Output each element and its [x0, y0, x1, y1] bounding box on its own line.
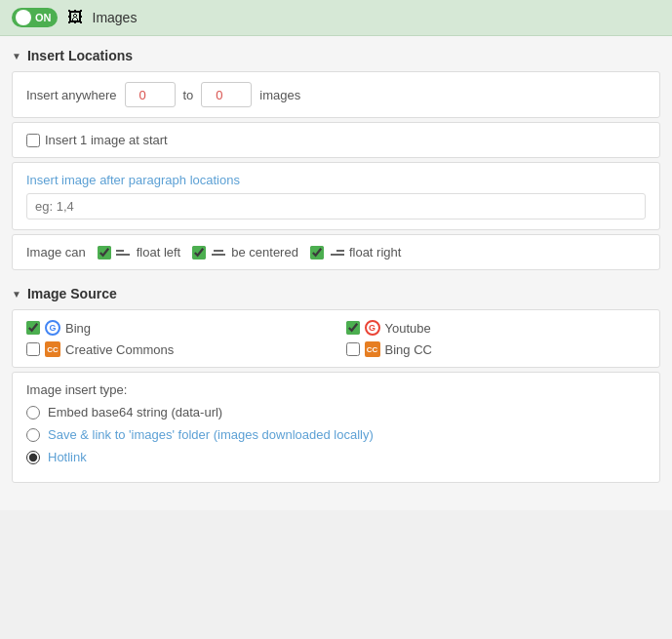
- float-left-label: float left: [137, 245, 181, 260]
- bing-cc-checkbox[interactable]: [346, 342, 360, 356]
- bing-cc-checkbox-wrapper[interactable]: CC Bing CC: [346, 341, 432, 357]
- creative-commons-source-item: CC Creative Commons: [26, 341, 327, 357]
- insert-locations-title: Insert Locations: [27, 48, 133, 63]
- youtube-source-item: G Youtube: [346, 320, 647, 336]
- image-source-title: Image Source: [27, 286, 117, 301]
- insert-from-input[interactable]: [125, 82, 176, 107]
- save-radio[interactable]: [26, 428, 40, 442]
- creative-commons-icon: CC: [45, 341, 60, 357]
- be-centered-checkbox[interactable]: [192, 246, 206, 260]
- bing-checkbox-wrapper[interactable]: G Bing: [26, 320, 91, 336]
- youtube-checkbox-wrapper[interactable]: G Youtube: [346, 320, 431, 336]
- paragraph-input[interactable]: [26, 193, 646, 220]
- image-can-label: Image can: [26, 245, 86, 260]
- hotlink-label: Hotlink: [48, 450, 87, 464]
- be-centered-wrapper[interactable]: be centered: [192, 245, 298, 260]
- insert-locations-header[interactable]: ▼ Insert Locations: [12, 48, 660, 63]
- images-label: images: [259, 88, 300, 102]
- embed-label: Embed base64 string (data-url): [48, 405, 222, 419]
- chevron-down-icon: ▼: [12, 51, 21, 61]
- lines-center-icon: [211, 250, 226, 256]
- insert-type-label: Image insert type:: [26, 382, 646, 397]
- image-source-header[interactable]: ▼ Image Source: [12, 286, 660, 301]
- hotlink-radio[interactable]: [26, 451, 40, 464]
- insert-to-input[interactable]: [201, 82, 252, 107]
- insert-paragraph-card: Insert image after paragraph locations: [12, 162, 660, 230]
- float-left-checkbox[interactable]: [98, 246, 111, 260]
- float-right-wrapper[interactable]: float right: [310, 245, 401, 260]
- sources-grid: G Bing G Youtube CC: [26, 320, 646, 357]
- image-source-section: ▼ Image Source G Bing G: [12, 286, 660, 483]
- bing-label: Bing: [65, 321, 91, 336]
- lines-right-icon: [329, 250, 344, 256]
- insert-anywhere-label: Insert anywhere: [26, 88, 117, 102]
- to-label: to: [183, 88, 194, 102]
- insert-anywhere-card: Insert anywhere to images: [12, 71, 660, 118]
- youtube-checkbox[interactable]: [346, 321, 360, 335]
- insert-at-start-checkbox-wrapper[interactable]: Insert 1 image at start: [26, 133, 646, 147]
- page-title: Images: [93, 10, 138, 25]
- sources-card: G Bing G Youtube CC: [12, 309, 660, 368]
- youtube-label: Youtube: [385, 321, 431, 336]
- insert-at-start-checkbox[interactable]: [26, 134, 40, 147]
- insert-at-start-card: Insert 1 image at start: [12, 122, 660, 158]
- toggle-switch[interactable]: ON: [12, 8, 58, 27]
- save-label: Save & link to 'images' folder (images d…: [48, 427, 374, 442]
- toggle-label: ON: [35, 12, 52, 23]
- bing-cc-label: Bing CC: [385, 342, 432, 357]
- bing-google-icon: G: [45, 320, 60, 336]
- insert-at-start-label: Insert 1 image at start: [45, 133, 168, 147]
- embed-radio[interactable]: [26, 406, 40, 419]
- insert-anywhere-row: Insert anywhere to images: [26, 82, 646, 107]
- image-positions-card: Image can float left be centered: [12, 234, 660, 270]
- hotlink-option[interactable]: Hotlink: [26, 450, 646, 464]
- insert-locations-section: ▼ Insert Locations Insert anywhere to im…: [12, 48, 660, 270]
- page-icon: 🖼: [67, 9, 83, 26]
- top-bar: ON 🖼 Images: [0, 0, 672, 36]
- image-positions-row: Image can float left be centered: [26, 245, 646, 260]
- be-centered-label: be centered: [231, 245, 298, 260]
- bing-cc-icon: CC: [365, 341, 380, 357]
- float-right-checkbox[interactable]: [310, 246, 324, 260]
- youtube-google-icon: G: [365, 320, 380, 336]
- bing-checkbox[interactable]: [26, 321, 40, 335]
- cc-checkbox[interactable]: [26, 342, 40, 356]
- paragraph-label: Insert image after paragraph locations: [26, 173, 646, 187]
- toggle-circle: [16, 10, 31, 25]
- main-content: ▼ Insert Locations Insert anywhere to im…: [0, 36, 672, 510]
- bing-source-item: G Bing: [26, 320, 327, 336]
- float-left-wrapper[interactable]: float left: [98, 245, 181, 260]
- image-source-chevron-icon: ▼: [12, 289, 21, 300]
- save-option[interactable]: Save & link to 'images' folder (images d…: [26, 427, 646, 442]
- insert-type-card: Image insert type: Embed base64 string (…: [12, 372, 660, 483]
- float-right-label: float right: [349, 245, 401, 260]
- cc-label: Creative Commons: [65, 342, 174, 357]
- lines-left-icon: [116, 250, 132, 256]
- embed-option[interactable]: Embed base64 string (data-url): [26, 405, 646, 419]
- bing-cc-source-item: CC Bing CC: [346, 341, 647, 357]
- cc-checkbox-wrapper[interactable]: CC Creative Commons: [26, 341, 174, 357]
